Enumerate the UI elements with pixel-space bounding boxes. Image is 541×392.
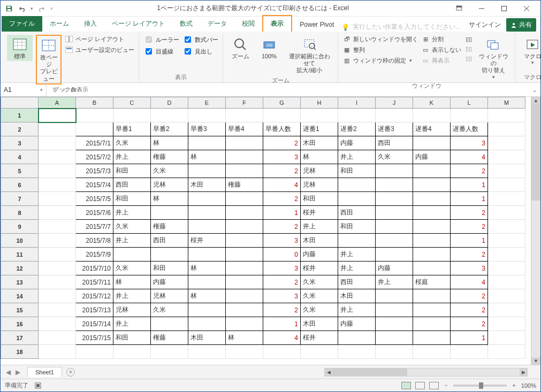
redo-icon[interactable] xyxy=(37,4,46,13)
cell[interactable] xyxy=(376,206,413,220)
cell[interactable]: 2 xyxy=(451,220,488,234)
cell[interactable] xyxy=(226,136,263,150)
cell[interactable]: 2 xyxy=(263,275,301,289)
cell[interactable] xyxy=(226,248,263,262)
sign-in-link[interactable]: サインイン xyxy=(469,20,501,29)
cell[interactable] xyxy=(413,220,451,234)
page-layout-view-button[interactable]: ページ レイアウト xyxy=(65,35,134,43)
cell[interactable] xyxy=(376,234,413,248)
table-row[interactable]: 152015/7/13児林久米2久米井上2 xyxy=(1,303,525,317)
page-break-view-icon-status[interactable] xyxy=(429,382,439,389)
row-header[interactable]: 11 xyxy=(1,248,39,262)
cell[interactable]: 3 xyxy=(451,136,488,150)
cell[interactable]: 3 xyxy=(451,262,488,275)
cell[interactable]: 林 xyxy=(113,275,151,289)
cell[interactable] xyxy=(376,178,413,192)
cell[interactable]: 和田 xyxy=(113,164,151,178)
tab-page-layout[interactable]: ページ レイアウト xyxy=(104,16,172,32)
tab-home[interactable]: ホーム xyxy=(42,16,77,32)
view-side-icon3[interactable]: ▯▯ xyxy=(464,54,473,63)
table-row[interactable]: 172015/7/15和田権藤木田林4桜井1 xyxy=(1,331,525,345)
cell[interactable]: 内藤 xyxy=(338,317,376,331)
cell[interactable] xyxy=(376,164,413,178)
view-side-icon1[interactable]: ▯▯ xyxy=(464,35,473,43)
cell[interactable]: 林 xyxy=(226,331,263,345)
cell[interactable]: 井上 xyxy=(301,220,338,234)
tab-data[interactable]: データ xyxy=(200,16,234,32)
cell[interactable] xyxy=(188,275,226,289)
cell[interactable] xyxy=(226,192,263,206)
cell[interactable]: 和田 xyxy=(338,220,376,234)
page-break-preview-button[interactable]: 改ページ プレビュー xyxy=(36,35,62,84)
table-row[interactable]: 32015/7/1久米林2木田内藤西田3 xyxy=(1,136,525,150)
cell[interactable]: 木田 xyxy=(301,317,338,331)
cell[interactable]: 木田 xyxy=(301,234,338,248)
cell[interactable]: 西田 xyxy=(338,275,376,289)
cell[interactable]: 児林 xyxy=(301,164,338,178)
cell[interactable]: 井上 xyxy=(113,317,151,331)
table-row[interactable]: 102015/7/8井上西田桜井3木田1 xyxy=(1,234,525,248)
cell[interactable]: 井上 xyxy=(113,150,151,164)
cell[interactable]: 和田 xyxy=(151,262,188,275)
row-header[interactable]: 4 xyxy=(1,150,39,164)
tab-formulas[interactable]: 数式 xyxy=(172,16,200,32)
cell[interactable]: 林 xyxy=(188,150,226,164)
cell[interactable] xyxy=(413,248,451,262)
cell[interactable]: 3 xyxy=(263,289,301,303)
cell[interactable]: 2 xyxy=(451,303,488,317)
cell[interactable] xyxy=(226,303,263,317)
cell[interactable] xyxy=(226,150,263,164)
cell[interactable]: 井上 xyxy=(338,303,376,317)
cell[interactable]: 内藤 xyxy=(301,248,338,262)
sheet-tab-1[interactable]: Sheet1 xyxy=(27,367,62,377)
cell[interactable]: 児林 xyxy=(151,178,188,192)
chevron-down-icon[interactable]: ▾ xyxy=(40,87,43,93)
cell[interactable]: 久米 xyxy=(301,275,338,289)
worksheet-grid[interactable]: A B C D E F G H I J K L M 1 xyxy=(1,97,525,359)
cell[interactable] xyxy=(151,206,188,220)
scroll-up-icon[interactable]: ▲ xyxy=(531,97,540,104)
col-H[interactable]: H xyxy=(301,97,338,109)
cell[interactable]: 木田 xyxy=(188,178,226,192)
name-box[interactable]: A1 ▾ xyxy=(1,83,47,96)
cell[interactable]: 井上 xyxy=(113,206,151,220)
sheet-nav-next-icon[interactable]: ▶ xyxy=(13,368,22,376)
cell[interactable] xyxy=(413,192,451,206)
cell[interactable]: 4 xyxy=(451,275,488,289)
cell[interactable] xyxy=(113,248,151,262)
qat-customize-icon[interactable]: ▾ xyxy=(50,6,53,11)
cell[interactable]: 児林 xyxy=(113,303,151,317)
zoom-slider[interactable] xyxy=(453,385,507,387)
cell[interactable]: 3 xyxy=(263,262,301,275)
ribbon-options-icon[interactable] xyxy=(448,2,470,15)
cell[interactable] xyxy=(376,192,413,206)
select-all-button[interactable] xyxy=(1,97,39,109)
new-window-button[interactable]: 🗗新しいウィンドウを開く xyxy=(342,35,418,43)
table-row[interactable]: 42015/7/2井上権藤林3林井上久米内藤4 xyxy=(1,150,525,164)
maximize-button[interactable] xyxy=(493,2,515,15)
cell[interactable]: 井上 xyxy=(338,262,376,275)
col-M[interactable]: M xyxy=(488,97,525,109)
cell[interactable] xyxy=(413,331,451,345)
cell[interactable] xyxy=(226,275,263,289)
save-icon[interactable] xyxy=(5,4,13,13)
table-row[interactable]: 162015/7/14井上1木田内藤2 xyxy=(1,317,525,331)
cancel-icon[interactable]: ✕ xyxy=(52,86,57,94)
col-F[interactable]: F xyxy=(226,97,263,109)
cell[interactable] xyxy=(188,206,226,220)
tab-insert[interactable]: 挿入 xyxy=(77,16,104,32)
col-C[interactable]: C xyxy=(113,97,151,109)
cell[interactable]: 3 xyxy=(263,234,301,248)
tab-review[interactable]: 校閲 xyxy=(234,16,262,32)
cell[interactable] xyxy=(338,178,376,192)
cell[interactable]: 1 xyxy=(263,317,301,331)
cell[interactable]: 権藤 xyxy=(151,150,188,164)
cell[interactable]: 和田 xyxy=(338,164,376,178)
custom-views-button[interactable]: ユーザー設定のビュー xyxy=(65,45,134,54)
cell[interactable]: 1 xyxy=(451,192,488,206)
cell[interactable]: 井上 xyxy=(113,234,151,248)
row-header[interactable]: 6 xyxy=(1,178,39,192)
fx-icon[interactable]: fx xyxy=(71,86,76,94)
scroll-down-icon[interactable]: ▼ xyxy=(531,357,540,365)
cell[interactable]: 2 xyxy=(451,248,488,262)
